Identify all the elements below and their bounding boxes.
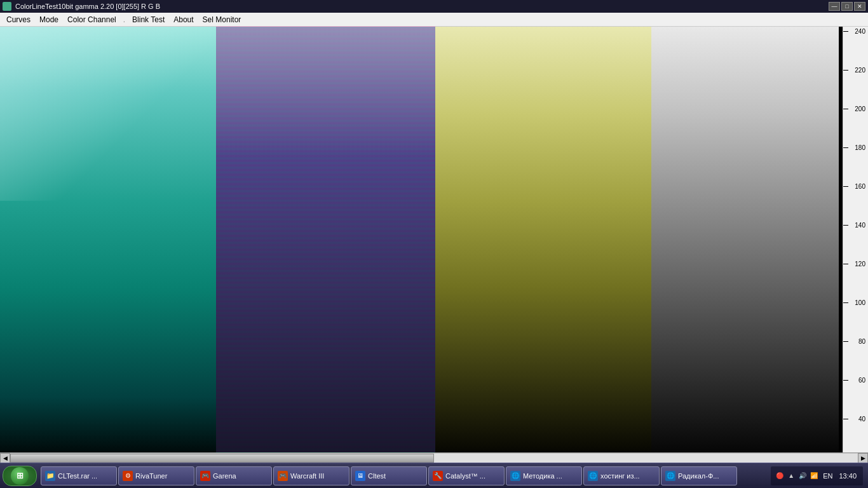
system-tray: 🔴 ▲ 🔊 📶 EN 13:40 [771,466,863,485]
panel-lines-inner [216,27,435,463]
app-icon [3,2,11,11]
taskbar-right: 🔴 ▲ 🔊 📶 EN 13:40 [771,466,865,485]
start-button[interactable]: ⊞ [3,466,37,486]
scale-tick-40: 40 [843,416,868,423]
menu-curves[interactable]: Curves [3,14,34,25]
metodika-label: Методика ... [523,472,562,480]
garena-label: Garena [213,472,236,480]
taskbar-btn-warcraft-iii[interactable]: 🎮 Warcraft III [273,466,349,485]
panel-yellow [435,27,651,463]
scale-tick-140: 140 [843,222,868,229]
panel-lines-overlay [216,27,435,463]
minimize-button[interactable]: — [829,2,840,11]
taskbar: ⊞ 📁 CLTest.rar ... ⚙ RivaTuner 🎮 Garena … [0,463,868,488]
taskbar-btn-metodika[interactable]: 🌐 Методика ... [506,466,582,485]
panel-lines [216,27,435,463]
scale-tick-120: 120 [843,261,868,268]
scale-tick-240: 240 [843,28,868,35]
catalyst-icon: 🔧 [433,471,443,481]
window-controls: — □ ✕ [829,2,865,11]
scale-tick-80: 80 [843,338,868,345]
tray-icon-volume[interactable]: 🔊 [797,471,808,481]
scrollbar-right-arrow[interactable]: ▶ [858,453,868,463]
color-canvas [0,27,843,463]
maximize-button[interactable]: □ [841,2,853,11]
cyan-highlight [0,27,216,201]
menu-bar: Curves Mode Color Channel . Blink Test A… [0,13,868,27]
taskbar-btn-radikal[interactable]: 🌐 Радикал-Ф... [661,466,737,485]
menu-blink-test[interactable]: Blink Test [128,14,168,25]
scrollbar-thumb[interactable] [10,454,434,463]
cltest-rar-icon: 📁 [45,471,55,481]
title-bar: ColorLineTest10bit gamma 2.20 [0][255] R… [0,0,868,13]
tray-icon-atiamd: ▲ [786,471,796,481]
taskbar-btn-cltest[interactable]: 🖥 Cltest [351,466,427,485]
scale-tick-100: 100 [843,299,868,306]
menu-mode[interactable]: Mode [36,14,62,25]
scrollbar-left-arrow[interactable]: ◀ [0,453,10,463]
menu-separator: . [121,15,127,24]
cltest-label: Cltest [368,472,386,480]
clock: 13:40 [836,472,859,480]
scale-tick-60: 60 [843,377,868,384]
garena-icon: 🎮 [200,471,210,481]
rivatuner-label: RivaTuner [135,472,167,480]
scale-tick-160: 160 [843,183,868,190]
scale-tick-220: 220 [843,67,868,74]
scale-tick-200: 200 [843,105,868,112]
metodika-icon: 🌐 [510,471,520,481]
taskbar-btn-cltest-rar[interactable]: 📁 CLTest.rar ... [41,466,117,485]
hosting-label: хостинг из... [600,472,640,480]
radikal-label: Радикал-Ф... [678,472,719,480]
scrollbar-track[interactable] [10,454,858,463]
language-indicator[interactable]: EN [820,472,835,480]
taskbar-btn-hosting[interactable]: 🌐 хостинг из... [583,466,660,485]
menu-sel-monitor[interactable]: Sel Monitor [199,14,245,25]
main-content: 240 220 200 180 160 140 120 100 80 60 40… [0,27,868,463]
cltest-rar-label: CLTest.rar ... [58,472,97,480]
panel-gray [651,27,839,463]
menu-about[interactable]: About [170,14,197,25]
taskbar-btn-garena[interactable]: 🎮 Garena [196,466,272,485]
warcraft-iii-label: Warcraft III [290,472,324,480]
hosting-icon: 🌐 [588,471,598,481]
catalyst-label: Catalyst™ ... [445,472,485,480]
scale-tick-180: 180 [843,144,868,151]
window-title: ColorLineTest10bit gamma 2.20 [0][255] R… [15,3,160,10]
panel-cyan [0,27,216,463]
taskbar-btn-rivatuner[interactable]: ⚙ RivaTuner [118,466,194,485]
start-orb: ⊞ [11,467,29,485]
radikal-icon: 🌐 [665,471,675,481]
scrollbar-container: ◀ ▶ [0,452,868,463]
close-button[interactable]: ✕ [854,2,865,11]
menu-color-channel[interactable]: Color Channel [64,14,120,25]
tray-icon-1: 🔴 [775,471,785,481]
taskbar-btn-catalyst[interactable]: 🔧 Catalyst™ ... [428,466,505,485]
warcraft-iii-icon: 🎮 [278,471,288,481]
rivatuner-icon: ⚙ [123,471,133,481]
title-text: ColorLineTest10bit gamma 2.20 [0][255] R… [3,2,160,11]
scale-ruler: 240 220 200 180 160 140 120 100 80 60 40… [843,27,868,463]
cltest-icon: 🖥 [355,471,365,481]
tray-icon-network: 📶 [809,471,819,481]
